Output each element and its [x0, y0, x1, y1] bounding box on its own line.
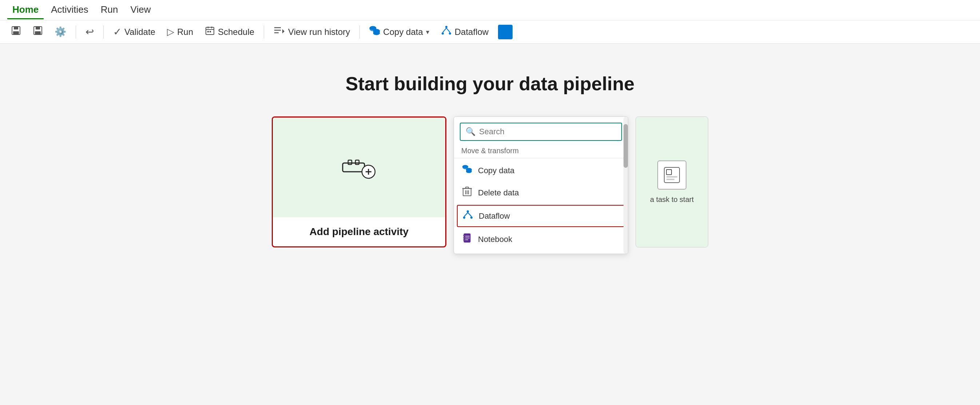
- svg-point-42: [470, 217, 473, 219]
- copy-data-button[interactable]: Copy data ▾: [364, 23, 434, 41]
- copy-data-dropdown-icon[interactable]: ▾: [426, 28, 429, 36]
- scrollbar-thumb[interactable]: [624, 124, 628, 168]
- dropdown-item-notebook[interactable]: Notebook: [454, 228, 628, 251]
- separator-1: [76, 26, 76, 38]
- pipeline-add-icon: [341, 153, 377, 182]
- svg-rect-47: [463, 237, 465, 238]
- svg-rect-27: [355, 160, 359, 164]
- menu-item-home[interactable]: Home: [7, 1, 44, 19]
- dataflow-button[interactable]: Dataflow: [436, 22, 494, 41]
- svg-rect-2: [13, 31, 19, 34]
- settings-button[interactable]: ⚙️: [49, 23, 71, 40]
- move-transform-section: Move & transform: [454, 145, 628, 158]
- view-run-history-label: View run history: [288, 27, 350, 37]
- right-panel-card[interactable]: a task to start: [635, 116, 708, 247]
- svg-point-21: [442, 32, 444, 35]
- svg-point-33: [466, 170, 472, 173]
- undo-button[interactable]: ↩: [80, 23, 99, 41]
- search-box[interactable]: 🔍: [460, 123, 622, 141]
- view-run-history-button[interactable]: View run history: [269, 22, 355, 41]
- scrollbar-track: [624, 117, 628, 254]
- svg-rect-55: [667, 179, 675, 180]
- svg-rect-11: [207, 31, 209, 32]
- schedule-icon: [205, 26, 215, 38]
- svg-point-40: [467, 210, 469, 212]
- main-content: Start building your data pipeline Add pi…: [0, 44, 980, 405]
- copy-data-label: Copy data: [383, 27, 423, 37]
- validate-button[interactable]: ✓ Validate: [108, 23, 161, 41]
- extra-button[interactable]: [498, 25, 512, 39]
- svg-marker-16: [282, 29, 285, 33]
- notebook-item-label: Notebook: [478, 235, 512, 244]
- right-card-icon: [657, 161, 686, 190]
- dataflow-icon: [441, 26, 452, 38]
- svg-rect-53: [667, 169, 671, 175]
- delete-data-item-label: Delete data: [478, 188, 519, 198]
- svg-point-22: [449, 32, 451, 35]
- svg-point-41: [463, 217, 465, 219]
- run-button[interactable]: ▷ Run: [162, 23, 198, 40]
- menu-item-view[interactable]: View: [126, 1, 156, 19]
- svg-point-20: [445, 26, 447, 28]
- validate-label: Validate: [124, 27, 155, 37]
- menu-item-run[interactable]: Run: [95, 1, 123, 19]
- search-icon: 🔍: [466, 127, 476, 136]
- undo-icon: ↩: [86, 26, 94, 38]
- svg-line-43: [464, 212, 468, 217]
- svg-rect-4: [36, 27, 40, 29]
- save-button[interactable]: [6, 22, 26, 41]
- save-icon: [11, 26, 21, 38]
- schedule-button[interactable]: Schedule: [200, 22, 259, 41]
- menu-bar: Home Activities Run View: [0, 0, 980, 21]
- toolbar: + ⚙️ ↩ ✓ Validate ▷ Run: [0, 21, 980, 44]
- dataflow-label: Dataflow: [455, 27, 488, 37]
- svg-line-24: [446, 28, 450, 32]
- separator-4: [360, 26, 360, 38]
- copy-data-item-icon: [461, 165, 473, 176]
- view-run-history-icon: [274, 26, 285, 38]
- svg-rect-36: [466, 187, 469, 188]
- delete-data-icon: [461, 186, 473, 199]
- gear-icon: ⚙️: [54, 26, 66, 37]
- svg-rect-26: [348, 160, 352, 164]
- copy-data-icon: [369, 26, 380, 38]
- search-input[interactable]: [479, 127, 616, 136]
- schedule-label: Schedule: [218, 27, 254, 37]
- svg-rect-1: [14, 27, 18, 29]
- dataflow-item-label: Dataflow: [479, 211, 510, 221]
- add-pipeline-activity-card[interactable]: Add pipeline activity: [272, 116, 446, 247]
- cards-row: Add pipeline activity 🔍 Move & transform: [272, 116, 708, 254]
- right-card-text: a task to start: [646, 195, 697, 204]
- run-label: Run: [177, 27, 193, 37]
- page-title: Start building your data pipeline: [345, 73, 635, 95]
- svg-line-23: [443, 28, 446, 32]
- save-as-button[interactable]: +: [28, 22, 48, 41]
- dropdown-item-delete-data[interactable]: Delete data: [454, 181, 628, 204]
- save-as-icon: +: [33, 26, 43, 38]
- separator-3: [264, 26, 264, 38]
- notebook-icon: [461, 233, 473, 246]
- svg-text:+: +: [39, 32, 41, 36]
- run-icon: ▷: [167, 26, 174, 37]
- dropdown-item-dataflow[interactable]: Dataflow: [457, 205, 625, 227]
- add-pipeline-activity-label: Add pipeline activity: [304, 217, 414, 246]
- svg-rect-48: [463, 239, 465, 241]
- svg-rect-54: [667, 176, 677, 178]
- activity-card-top: [273, 118, 445, 217]
- svg-rect-25: [343, 163, 364, 172]
- copy-data-item-label: Copy data: [478, 166, 514, 175]
- menu-item-activities[interactable]: Activities: [46, 1, 94, 19]
- svg-rect-46: [463, 235, 465, 236]
- dataflow-item-icon: [462, 210, 474, 222]
- checkmark-icon: ✓: [113, 26, 121, 38]
- svg-point-19: [373, 31, 380, 35]
- svg-rect-12: [210, 31, 211, 32]
- dropdown-item-copy-data[interactable]: Copy data: [454, 160, 628, 181]
- separator-2: [103, 26, 104, 38]
- svg-line-44: [468, 212, 471, 217]
- dropdown-panel: 🔍 Move & transform Copy data: [453, 116, 628, 254]
